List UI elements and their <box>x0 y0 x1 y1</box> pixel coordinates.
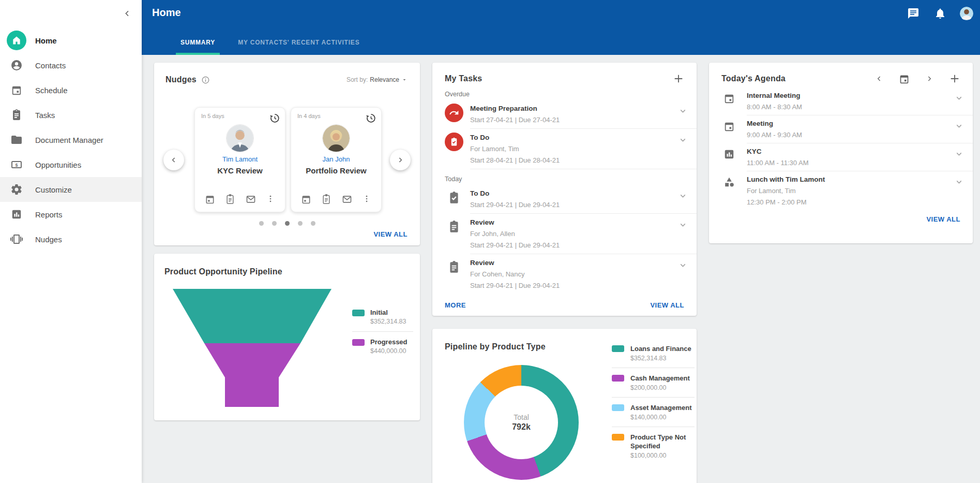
pagination-dot[interactable] <box>311 221 315 226</box>
tab-my-contacts-recent-activities[interactable]: MY CONTACTS' RECENT ACTIVITIES <box>233 32 364 55</box>
app-header: Home SUMMARY MY CONTACTS' RECENT ACTIVIT… <box>142 0 980 55</box>
email-icon[interactable] <box>342 194 352 204</box>
add-task-button[interactable] <box>673 73 684 84</box>
sort-by-label: Sort by: <box>346 76 368 83</box>
sidebar-item-schedule[interactable]: Schedule <box>0 78 142 103</box>
sidebar-collapse-button[interactable] <box>121 7 133 20</box>
chevron-down-icon[interactable] <box>955 122 963 130</box>
history-icon[interactable] <box>269 112 280 123</box>
legend-swatch <box>612 375 624 382</box>
chevron-down-icon[interactable] <box>679 107 687 115</box>
event-time: 11:00 AM - 11:30 AM <box>747 158 955 168</box>
tasks-more-link[interactable]: MORE <box>445 301 466 309</box>
event-title: KYC <box>747 147 955 156</box>
sort-by-dropdown[interactable]: Sort by: Relevance <box>346 76 408 83</box>
pagination-dot-active[interactable] <box>285 221 290 226</box>
user-avatar[interactable] <box>960 7 973 20</box>
legend-item: Asset Management $140,000.00 <box>612 403 695 421</box>
dashboard: Nudges Sort by: Relevance In 5 days Tim … <box>142 55 980 483</box>
sidebar-item-contacts[interactable]: Contacts <box>0 53 142 78</box>
sidebar-item-opportunities[interactable]: $ Opportunities <box>0 152 142 177</box>
carousel-pagination <box>154 221 420 226</box>
create-task-icon[interactable] <box>225 194 235 204</box>
info-icon[interactable] <box>202 76 209 84</box>
legend-item: Product Type Not Specified $100,000.00 <box>612 433 695 459</box>
legend-label: Initial <box>370 309 406 316</box>
task-dates: Start 29-04-21 | Due 29-04-21 <box>470 240 679 250</box>
chevron-down-icon[interactable] <box>679 192 687 200</box>
legend-value: $100,000.00 <box>630 452 695 459</box>
add-event-button[interactable] <box>949 73 960 84</box>
task-row[interactable]: Review For Cohen, Nancy Start 29-04-21 |… <box>432 254 697 294</box>
todays-agenda-card: Today's Agenda Internal Meeting 8:00 AM … <box>709 63 973 243</box>
sidebar-item-customize[interactable]: Customize <box>0 177 142 202</box>
chevron-down-icon[interactable] <box>955 178 963 186</box>
agenda-prev-day-button[interactable] <box>875 75 883 83</box>
agenda-row[interactable]: Meeting 9:00 AM - 9:30 AM <box>709 115 973 143</box>
pagination-dot[interactable] <box>259 221 264 226</box>
event-title: Meeting <box>747 119 955 128</box>
task-row[interactable]: To Do For Lamont, Tim Start 28-04-21 | D… <box>432 129 697 169</box>
sidebar-item-document-manager[interactable]: Document Manager <box>0 127 142 152</box>
task-row[interactable]: Meeting Preparation Start 27-04-21 | Due… <box>432 100 697 128</box>
legend-label: Loans and Finance <box>630 344 691 353</box>
agenda-view-all-link[interactable]: VIEW ALL <box>926 215 960 223</box>
chevron-down-icon[interactable] <box>955 94 963 103</box>
todo-icon <box>445 188 463 207</box>
legend-value: $352,314.83 <box>370 318 406 325</box>
sidebar-item-tasks[interactable]: Tasks <box>0 103 142 127</box>
nudge-action: Portfolio Review <box>297 166 375 175</box>
contact-name-link[interactable]: Jan John <box>297 155 375 163</box>
clipboard-icon <box>7 105 26 125</box>
legend-value: $140,000.00 <box>630 414 691 421</box>
schedule-meeting-icon[interactable] <box>301 194 311 204</box>
agenda-row[interactable]: Internal Meeting 8:00 AM - 8:30 AM <box>709 87 973 115</box>
carousel-next-button[interactable] <box>390 150 411 170</box>
history-icon[interactable] <box>365 112 376 123</box>
poll-icon <box>721 149 737 160</box>
header-actions <box>906 6 973 21</box>
agenda-row[interactable]: Lunch with Tim Lamont For Lamont, Tim 12… <box>709 171 973 210</box>
review-icon <box>445 217 463 236</box>
chevron-left-icon <box>123 9 131 18</box>
legend-swatch <box>352 310 365 316</box>
task-row[interactable]: Review For John, Allen Start 29-04-21 | … <box>432 214 697 254</box>
nudges-view-all-link[interactable]: VIEW ALL <box>373 230 408 238</box>
legend-value: $440,000.00 <box>370 347 408 355</box>
messages-icon[interactable] <box>906 6 921 21</box>
person-icon <box>7 55 26 75</box>
review-icon <box>445 258 463 276</box>
contact-name-link[interactable]: Tim Lamont <box>201 155 279 163</box>
chevron-down-icon[interactable] <box>679 261 687 270</box>
svg-text:$: $ <box>15 163 18 168</box>
sidebar-item-nudges[interactable]: Nudges <box>0 227 142 252</box>
more-options-icon[interactable] <box>266 194 275 204</box>
chevron-down-icon[interactable] <box>679 136 687 144</box>
agenda-row[interactable]: KYC 11:00 AM - 11:30 AM <box>709 143 973 171</box>
task-row[interactable]: To Do Start 29-04-21 | Due 29-04-21 <box>432 185 697 213</box>
nudges-title: Nudges <box>165 75 197 84</box>
chevron-down-icon[interactable] <box>955 150 963 158</box>
create-task-icon[interactable] <box>321 194 331 204</box>
sidebar-item-home[interactable]: Home <box>0 28 142 53</box>
task-title: Meeting Preparation <box>470 104 679 113</box>
agenda-next-day-button[interactable] <box>925 75 933 83</box>
pagination-dot[interactable] <box>272 221 277 226</box>
tasks-view-all-link[interactable]: VIEW ALL <box>650 301 684 309</box>
legend-item: Progressed $440,000.00 <box>352 338 413 355</box>
sidebar-item-reports[interactable]: Reports <box>0 202 142 227</box>
agenda-calendar-icon[interactable] <box>899 74 910 84</box>
sidebar-item-label: Nudges <box>35 235 62 244</box>
schedule-meeting-icon[interactable] <box>205 194 215 204</box>
page-title: Home <box>152 7 181 19</box>
email-icon[interactable] <box>246 194 256 204</box>
nudge-card[interactable]: In 4 days Jan John Portfolio Review <box>291 107 382 212</box>
nudge-card[interactable]: In 5 days Tim Lamont KYC Review <box>194 107 285 212</box>
tab-summary[interactable]: SUMMARY <box>176 32 220 55</box>
carousel-prev-button[interactable] <box>163 150 184 170</box>
sidebar-item-label: Reports <box>35 210 63 219</box>
more-options-icon[interactable] <box>362 194 371 204</box>
pagination-dot[interactable] <box>298 221 303 226</box>
chevron-down-icon[interactable] <box>679 221 687 229</box>
notifications-icon[interactable] <box>933 6 947 21</box>
